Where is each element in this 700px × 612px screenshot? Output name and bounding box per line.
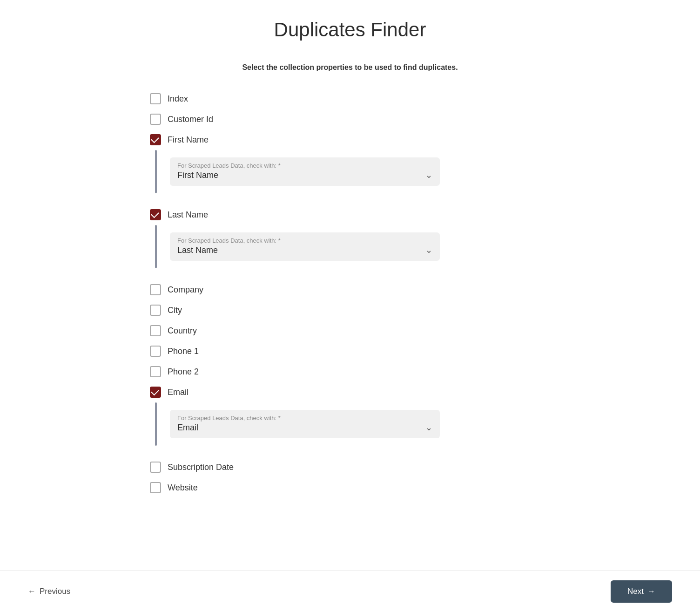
- label-city: City: [168, 306, 182, 315]
- label-country: Country: [168, 326, 197, 336]
- checkbox-input-first-name[interactable]: [150, 134, 161, 145]
- page-title: Duplicates Finder: [150, 19, 550, 41]
- checkbox-input-email[interactable]: [150, 387, 161, 398]
- first-name-dropdown[interactable]: For Scraped Leads Data, check with: * Fi…: [170, 157, 440, 186]
- label-last-name: Last Name: [168, 210, 208, 220]
- last-name-dropdown-container: For Scraped Leads Data, check with: * La…: [157, 225, 550, 268]
- first-name-dropdown-section: For Scraped Leads Data, check with: * Fi…: [150, 150, 550, 193]
- email-dropdown-value: Email: [177, 423, 198, 433]
- label-customer-id: Customer Id: [168, 115, 213, 124]
- checkbox-last-name[interactable]: [150, 209, 161, 220]
- label-first-name: First Name: [168, 135, 209, 145]
- checkbox-subscription-date[interactable]: [150, 462, 161, 473]
- label-phone2: Phone 2: [168, 367, 199, 377]
- last-name-dropdown-section: For Scraped Leads Data, check with: * La…: [150, 225, 550, 268]
- property-item-city: City: [150, 300, 550, 320]
- property-item-email: Email For Scraped Leads Data, check with…: [150, 382, 550, 446]
- properties-list: Index Customer Id First Name: [150, 88, 550, 498]
- property-item-website: Website: [150, 477, 550, 498]
- property-item-subscription-date: Subscription Date: [150, 457, 550, 477]
- next-label: Next: [627, 587, 644, 596]
- checkbox-input-website[interactable]: [150, 482, 161, 493]
- email-dropdown[interactable]: For Scraped Leads Data, check with: * Em…: [170, 410, 440, 438]
- checkbox-website[interactable]: [150, 482, 161, 493]
- previous-label: Previous: [40, 587, 70, 596]
- property-item-last-name: Last Name For Scraped Leads Data, check …: [150, 204, 550, 268]
- property-item-company: Company: [150, 279, 550, 300]
- checkbox-input-city[interactable]: [150, 305, 161, 316]
- checkbox-index[interactable]: [150, 93, 161, 104]
- checkbox-input-company[interactable]: [150, 284, 161, 295]
- label-index: Index: [168, 94, 188, 104]
- email-chevron-down-icon: ⌄: [425, 422, 432, 433]
- checkbox-input-phone1[interactable]: [150, 346, 161, 357]
- checkbox-customer-id[interactable]: [150, 114, 161, 125]
- first-name-dropdown-container: For Scraped Leads Data, check with: * Fi…: [157, 150, 550, 193]
- label-subscription-date: Subscription Date: [168, 462, 234, 472]
- label-website: Website: [168, 483, 198, 493]
- checkbox-input-last-name[interactable]: [150, 209, 161, 220]
- property-item-country: Country: [150, 320, 550, 341]
- next-button[interactable]: Next →: [611, 580, 672, 603]
- label-phone1: Phone 1: [168, 347, 199, 356]
- checkbox-phone2[interactable]: [150, 366, 161, 377]
- property-item-first-name: First Name For Scraped Leads Data, check…: [150, 129, 550, 193]
- checkbox-company[interactable]: [150, 284, 161, 295]
- first-name-chevron-down-icon: ⌄: [425, 170, 432, 180]
- checkbox-first-name[interactable]: [150, 134, 161, 145]
- checkbox-input-customer-id[interactable]: [150, 114, 161, 125]
- first-name-dropdown-value: First Name: [177, 170, 218, 180]
- left-arrow-icon: ←: [28, 587, 36, 596]
- email-dropdown-label: For Scraped Leads Data, check with: *: [177, 415, 432, 422]
- property-item-index: Index: [150, 88, 550, 109]
- checkbox-input-index[interactable]: [150, 93, 161, 104]
- checkbox-input-subscription-date[interactable]: [150, 462, 161, 473]
- right-arrow-icon: →: [647, 587, 655, 596]
- property-item-phone1: Phone 1: [150, 341, 550, 361]
- checkbox-email[interactable]: [150, 387, 161, 398]
- checkbox-input-country[interactable]: [150, 325, 161, 336]
- email-dropdown-section: For Scraped Leads Data, check with: * Em…: [150, 402, 550, 446]
- checkbox-country[interactable]: [150, 325, 161, 336]
- page-subtitle: Select the collection properties to be u…: [150, 63, 550, 72]
- previous-button[interactable]: ← Previous: [28, 587, 70, 596]
- last-name-dropdown-value: Last Name: [177, 245, 218, 255]
- checkbox-phone1[interactable]: [150, 346, 161, 357]
- property-item-phone2: Phone 2: [150, 361, 550, 382]
- last-name-chevron-down-icon: ⌄: [425, 245, 432, 255]
- property-item-customer-id: Customer Id: [150, 109, 550, 129]
- label-company: Company: [168, 285, 203, 295]
- checkbox-input-phone2[interactable]: [150, 366, 161, 377]
- email-dropdown-container: For Scraped Leads Data, check with: * Em…: [157, 402, 550, 446]
- last-name-dropdown[interactable]: For Scraped Leads Data, check with: * La…: [170, 232, 440, 261]
- label-email: Email: [168, 388, 188, 397]
- footer: ← Previous Next →: [0, 571, 700, 612]
- first-name-dropdown-label: For Scraped Leads Data, check with: *: [177, 162, 432, 169]
- last-name-dropdown-label: For Scraped Leads Data, check with: *: [177, 237, 432, 244]
- checkbox-city[interactable]: [150, 305, 161, 316]
